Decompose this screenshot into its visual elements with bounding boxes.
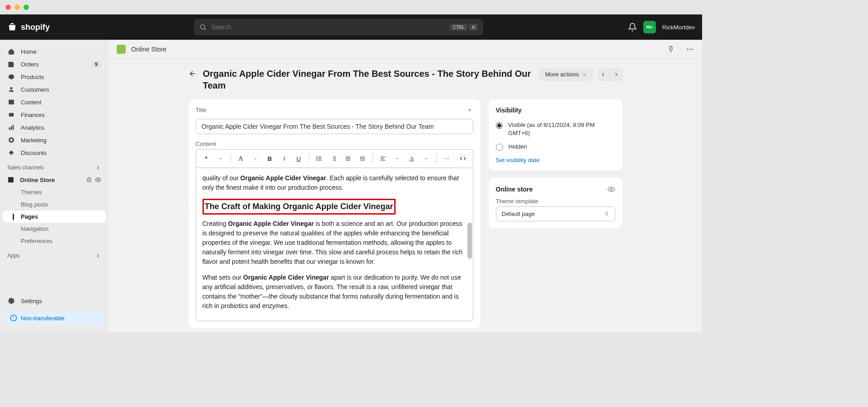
svg-point-17 (689, 48, 691, 50)
window-minimize-button[interactable] (14, 5, 20, 10)
editor-toolbar: A B I U (196, 149, 473, 168)
outdent-button[interactable] (342, 152, 354, 165)
italic-button[interactable]: I (278, 152, 291, 165)
sidebar-subitem-themes[interactable]: Themes (3, 186, 106, 198)
sidebar-item-products[interactable]: Products (3, 70, 106, 83)
align-dropdown[interactable] (391, 152, 404, 165)
visible-radio[interactable] (496, 122, 503, 129)
text-color-dropdown[interactable] (420, 152, 433, 165)
svg-point-23 (316, 157, 317, 157)
pin-icon[interactable] (667, 45, 675, 53)
indent-button[interactable] (356, 152, 369, 165)
content-editor[interactable]: quality of our Organic Apple Cider Vineg… (196, 168, 473, 321)
non-transferable-badge[interactable]: Non-transferable (5, 311, 104, 325)
view-icon[interactable] (95, 177, 101, 183)
search-input[interactable] (211, 23, 445, 31)
orders-icon (7, 61, 15, 68)
sidebar-item-finances[interactable]: Finances (3, 108, 106, 121)
apps-header[interactable]: Apps (3, 247, 106, 262)
search-box[interactable]: CTRL K (194, 19, 483, 35)
more-actions-button[interactable]: More actions (539, 68, 593, 81)
ai-button[interactable] (200, 152, 212, 165)
sidebar-subitem-navigation[interactable]: Navigation (3, 223, 106, 235)
svg-rect-5 (9, 127, 10, 130)
content-icon (7, 98, 15, 106)
marketing-icon (7, 136, 15, 144)
nav-label: Online Store (20, 177, 55, 183)
sidebar-item-discounts[interactable]: Discounts (3, 146, 106, 159)
window-title-bar (0, 0, 702, 14)
shopify-logo[interactable]: shopify (7, 22, 50, 32)
search-icon (199, 23, 207, 31)
window-maximize-button[interactable] (24, 5, 29, 10)
svg-point-18 (692, 48, 693, 50)
pin-icon[interactable] (86, 177, 92, 183)
ai-dropdown[interactable] (214, 152, 227, 165)
sidebar: Home Orders 9 Products Customers Content (0, 40, 108, 332)
content-heading[interactable]: The Craft of Making Organic Apple Cider … (203, 199, 467, 215)
gear-icon (7, 297, 15, 304)
back-button[interactable] (189, 68, 197, 78)
content-paragraph[interactable]: What sets our Organic Apple Cider Vinega… (203, 273, 467, 311)
sidebar-item-analytics[interactable]: Analytics (3, 121, 106, 134)
bold-button[interactable]: B (264, 152, 276, 165)
content-paragraph[interactable]: quality of our Organic Apple Cider Vineg… (203, 173, 467, 192)
nav-label: Content (21, 99, 42, 106)
sidebar-item-orders[interactable]: Orders 9 (3, 58, 106, 70)
svg-point-16 (687, 48, 688, 50)
set-visibility-date-link[interactable]: Set visibility date (496, 157, 615, 164)
svg-point-0 (201, 25, 205, 29)
sidebar-subitem-blog-posts[interactable]: Blog posts (3, 198, 106, 211)
hidden-radio[interactable] (496, 144, 503, 151)
template-select[interactable]: Default page (496, 206, 615, 221)
svg-rect-7 (13, 125, 14, 130)
code-view-button[interactable] (457, 152, 469, 165)
editor-card: Title Content (189, 99, 481, 328)
sidebar-subitem-pages[interactable]: Pages (3, 211, 106, 223)
svg-point-40 (448, 158, 449, 159)
sidebar-item-settings[interactable]: Settings (3, 295, 106, 307)
more-icon[interactable] (686, 45, 694, 53)
editor-scrollbar[interactable] (467, 173, 473, 316)
username-label[interactable]: RickMortdev (662, 24, 695, 31)
chevron-right-icon (95, 164, 101, 171)
store-badge-icon (117, 45, 126, 54)
user-avatar[interactable]: Ric (643, 21, 656, 33)
title-input[interactable] (196, 119, 473, 134)
text-color-button[interactable]: A (406, 152, 418, 165)
ai-sparkle-icon[interactable] (466, 108, 473, 115)
notifications-icon[interactable] (628, 23, 637, 32)
more-tools-button[interactable] (440, 152, 453, 165)
hidden-label: Hidden (509, 143, 527, 151)
align-button[interactable] (377, 152, 389, 165)
sidebar-item-home[interactable]: Home (3, 45, 106, 58)
content-paragraph[interactable]: Creating Organic Apple Cider Vinegar is … (203, 219, 467, 267)
kbd-ctrl: CTRL (450, 24, 467, 31)
underline-button[interactable]: U (292, 152, 305, 165)
info-icon (10, 314, 17, 322)
nav-label: Home (21, 48, 37, 55)
sidebar-item-marketing[interactable]: Marketing (3, 134, 106, 146)
shopify-bag-icon (7, 22, 17, 32)
svg-rect-10 (8, 177, 14, 182)
visibility-hidden-option[interactable]: Hidden (496, 143, 615, 151)
sidebar-subitem-preferences[interactable]: Preferences (3, 235, 106, 247)
paragraph-style-button[interactable]: A (235, 152, 247, 165)
main-header-bar: Online Store (108, 40, 702, 59)
sales-channels-header[interactable]: Sales channels (3, 159, 106, 173)
visibility-visible-option[interactable]: Visible (as of 8/11/2024, 9:09 PM GMT+6) (496, 121, 615, 137)
sidebar-item-customers[interactable]: Customers (3, 83, 106, 96)
svg-point-9 (10, 139, 12, 141)
prev-page-button[interactable] (597, 68, 610, 81)
highlighted-heading[interactable]: The Craft of Making Organic Apple Cider … (203, 199, 396, 215)
preview-icon[interactable] (607, 185, 615, 193)
sidebar-item-online-store[interactable]: Online Store (3, 173, 106, 186)
next-page-button[interactable] (610, 68, 623, 81)
bullet-list-button[interactable] (313, 152, 326, 165)
numbered-list-button[interactable] (327, 152, 340, 165)
paragraph-style-dropdown[interactable] (249, 152, 262, 165)
window-close-button[interactable] (5, 5, 11, 10)
sidebar-item-content[interactable]: Content (3, 96, 106, 108)
svg-point-24 (316, 158, 317, 159)
chevron-right-icon (95, 253, 101, 259)
